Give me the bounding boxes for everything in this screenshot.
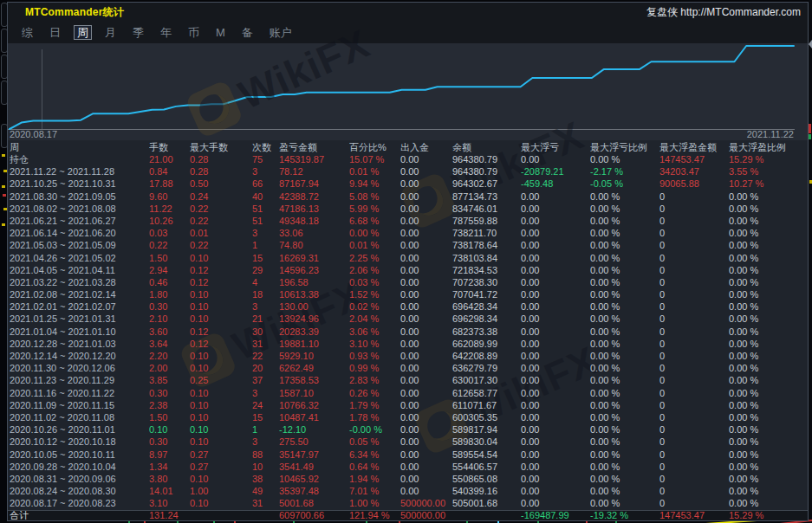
value-cell: 0 <box>659 387 729 399</box>
value-cell: 5929.10 <box>279 350 349 362</box>
value-cell: 0 <box>659 374 729 386</box>
week-cell: 2020.11.30 ~ 2020.12.06 <box>10 362 149 374</box>
value-cell: 78.12 <box>279 165 349 178</box>
table-row[interactable]: 持仓21.000.2875145319.8715.07 %0.00964380.… <box>8 153 808 165</box>
table-total-row[interactable]: 合计131.24609700.66121.94 %500000.00-16948… <box>8 510 808 520</box>
value-cell: 49 <box>252 485 279 497</box>
chart-pixel <box>2 185 5 188</box>
value-cell: 9.60 <box>149 190 190 203</box>
table-row[interactable]: 2020.12.14 ~ 2020.12.202.200.10225929.10… <box>8 350 808 362</box>
menu-item-月[interactable]: 月 <box>101 25 120 40</box>
table-row[interactable]: 2020.11.23 ~ 2020.11.293.850.253717358.5… <box>8 374 808 386</box>
table-row[interactable]: 2020.09.28 ~ 2020.10.041.340.27103541.49… <box>8 461 808 473</box>
table-row[interactable]: 2021.03.22 ~ 2021.03.280.460.124196.580.… <box>8 276 808 288</box>
value-cell: 17358.53 <box>279 374 349 386</box>
table-row[interactable]: 2020.11.09 ~ 2020.11.152.380.102410766.3… <box>8 399 808 411</box>
table-header: 周手数最大手数次数盈亏金额百分比%出入金余额最大浮亏最大浮亏比例最大浮盈金额最大… <box>8 141 808 153</box>
value-cell: 0.12 <box>190 264 252 276</box>
table-row[interactable]: 2021.08.02 ~ 2021.08.0811.220.225147186.… <box>8 203 808 215</box>
value-cell: 0.84 <box>149 165 190 178</box>
value-cell: 0.10 <box>149 423 190 436</box>
value-cell: 0.00 % <box>729 227 808 239</box>
menu-item-M[interactable]: M <box>212 25 229 40</box>
menu-item-周[interactable]: 周 <box>74 25 92 40</box>
value-cell: 0.00 % <box>729 338 808 350</box>
table-row[interactable]: 2020.11.30 ~ 2020.12.062.000.10206262.49… <box>8 362 808 374</box>
value-cell: 0.02 % <box>349 300 400 313</box>
value-cell: 0.00 % <box>590 411 659 423</box>
table-row[interactable]: 2020.10.12 ~ 2020.10.180.300.103275.500.… <box>8 436 808 448</box>
value-cell: 682373.38 <box>452 326 521 338</box>
value-cell: 609700.66 <box>279 511 349 520</box>
menu-item-综[interactable]: 综 <box>18 25 36 40</box>
menu-item-日[interactable]: 日 <box>46 25 64 40</box>
table-row[interactable]: 2021.02.01 ~ 2021.02.070.300.103130.000.… <box>8 300 808 313</box>
table-row[interactable]: 2020.08.24 ~ 2020.08.3014.011.004935397.… <box>8 485 808 497</box>
column-header: 次数 <box>252 141 279 153</box>
value-cell: 0 <box>659 338 729 350</box>
value-cell: 0.25 <box>190 374 252 386</box>
table-row[interactable]: 2021.04.05 ~ 2021.04.112.940.122914596.2… <box>8 264 808 276</box>
value-cell: 3.64 <box>149 338 190 350</box>
value-cell: 0 <box>659 288 729 300</box>
menu-item-备[interactable]: 备 <box>238 25 257 40</box>
table-row[interactable]: 2020.08.17 ~ 2020.08.233.100.10315001.68… <box>8 497 808 509</box>
value-cell: 707238.30 <box>452 276 521 288</box>
value-cell: 0.50 <box>190 178 252 190</box>
value-cell: 0.10 <box>190 362 252 374</box>
value-cell: 3.55 % <box>729 165 808 178</box>
title-bar[interactable]: MTCommander统计 复盘侠 http://MTCommander.com <box>8 3 808 22</box>
value-cell: 0.00 <box>400 461 452 473</box>
table-row[interactable]: 2020.12.28 ~ 2021.01.033.640.123119881.1… <box>8 338 808 350</box>
table-row[interactable]: 2020.10.26 ~ 2020.11.010.100.101-12.10-0… <box>8 423 808 436</box>
table-row[interactable]: 2021.11.22 ~ 2021.11.280.840.28378.120.0… <box>8 165 808 178</box>
menu-item-币[interactable]: 币 <box>185 25 203 40</box>
value-cell: -19.32 % <box>590 511 659 520</box>
menu-item-账户[interactable]: 账户 <box>266 25 296 40</box>
table-row[interactable]: 2020.11.16 ~ 2020.11.220.300.1031587.100… <box>8 387 808 399</box>
table-row[interactable]: 2020.08.31 ~ 2020.09.063.800.103810465.9… <box>8 473 808 485</box>
value-cell: 834746.01 <box>452 203 521 215</box>
brand-link[interactable]: 复盘侠 http://MTCommander.com <box>646 5 801 20</box>
menu-item-年[interactable]: 年 <box>157 25 175 40</box>
table-row[interactable]: 2021.04.26 ~ 2021.05.021.500.101516269.3… <box>8 252 808 264</box>
value-cell: -169487.99 <box>521 511 590 520</box>
value-cell: 0.00 % <box>729 423 808 436</box>
week-cell: 2021.02.01 ~ 2021.02.07 <box>10 300 149 313</box>
value-cell: 47186.13 <box>279 203 349 215</box>
table-row[interactable]: 2021.06.14 ~ 2021.06.200.030.01333.060.0… <box>8 227 808 239</box>
value-cell: 0.00 <box>400 374 452 386</box>
value-cell: 696298.34 <box>452 313 521 325</box>
table-row[interactable]: 2021.01.04 ~ 2021.01.103.600.123020283.3… <box>8 326 808 338</box>
value-cell: 0.10 <box>190 350 252 362</box>
value-cell: 611071.67 <box>452 399 521 411</box>
value-cell: 0.10 <box>190 399 252 411</box>
value-cell: 0 <box>659 473 729 485</box>
value-cell: 0.00 <box>521 227 590 239</box>
value-cell: 0 <box>659 436 729 448</box>
value-cell: 2.20 <box>149 350 190 362</box>
value-cell: 0.12 <box>190 338 252 350</box>
table-row[interactable]: 2021.02.08 ~ 2021.02.141.800.101810613.3… <box>8 288 808 300</box>
value-cell: 0.00 <box>400 300 452 313</box>
table-row[interactable]: 2020.10.05 ~ 2020.10.118.970.278835147.9… <box>8 449 808 461</box>
value-cell: 0.00 <box>400 165 452 178</box>
menu-item-季[interactable]: 季 <box>129 25 147 40</box>
value-cell: 0.00 <box>521 387 590 399</box>
week-cell: 2020.10.26 ~ 2020.11.01 <box>10 423 149 436</box>
value-cell: 2.10 <box>149 313 190 325</box>
value-cell: 15.29 % <box>729 153 808 165</box>
table-row[interactable]: 2020.11.02 ~ 2020.11.081.500.101510487.4… <box>8 411 808 423</box>
table-row[interactable]: 2021.05.03 ~ 2021.05.090.220.22174.800.0… <box>8 239 808 251</box>
value-cell: 0 <box>659 350 729 362</box>
value-cell: 0.00 % <box>729 497 808 509</box>
value-cell: 1.78 % <box>349 411 400 423</box>
value-cell: 500000.00 <box>400 511 452 520</box>
table-row[interactable]: 2021.06.21 ~ 2021.06.2710.260.225149348.… <box>8 215 808 227</box>
value-cell: 0.10 <box>190 387 252 399</box>
value-cell: 0.00 <box>521 374 590 386</box>
value-cell: 87167.94 <box>279 178 349 190</box>
table-row[interactable]: 2021.01.25 ~ 2021.01.312.100.102113924.9… <box>8 313 808 325</box>
table-row[interactable]: 2021.08.30 ~ 2021.09.059.600.244042388.7… <box>8 190 808 203</box>
table-row[interactable]: 2021.10.25 ~ 2021.10.3117.880.506687167.… <box>8 178 808 190</box>
